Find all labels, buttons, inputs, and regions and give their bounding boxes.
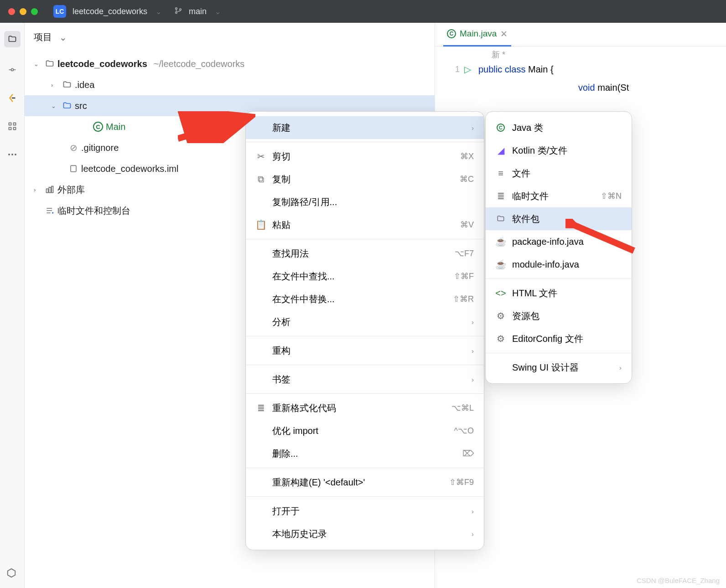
minimize-window-icon[interactable]	[20, 8, 26, 15]
menu-local-history[interactable]: 本地历史记录›	[246, 522, 484, 545]
submenu-file[interactable]: ≡文件	[486, 162, 632, 185]
submenu-resource[interactable]: ⚙资源包	[486, 304, 632, 327]
caret-right-icon[interactable]: ›	[34, 186, 42, 193]
menu-label: 复制	[272, 173, 453, 186]
svg-rect-6	[9, 128, 11, 130]
tree-label: .idea	[75, 80, 94, 90]
package-icon	[496, 215, 506, 223]
menu-open-in[interactable]: 打开于›	[246, 500, 484, 522]
project-pane-header[interactable]: 项目 ⌄	[25, 23, 435, 52]
submenu-editorconfig[interactable]: ⚙EditorConfig 文件	[486, 327, 632, 350]
chevron-right-icon: ›	[472, 530, 474, 538]
caret-down-icon[interactable]: ⌄	[34, 61, 42, 67]
shortcut: ⌘X	[460, 151, 474, 161]
caret-down-icon[interactable]: ⌄	[51, 103, 59, 109]
submenu-java-class[interactable]: CJava 类	[486, 116, 632, 139]
chevron-down-icon[interactable]: ⌄	[59, 32, 67, 43]
menu-label: Kotlin 类/文件	[512, 144, 622, 157]
services-tool-icon[interactable]	[6, 568, 16, 580]
reformat-icon: ≣	[256, 402, 266, 413]
svg-point-0	[176, 8, 177, 10]
menu-label: 资源包	[512, 310, 622, 322]
menu-bookmarks[interactable]: 书签›	[246, 368, 484, 391]
submenu-module-info[interactable]: ☕module-info.java	[486, 253, 632, 276]
svg-rect-14	[52, 186, 53, 193]
menu-refactor[interactable]: 重构›	[246, 339, 484, 362]
menu-new[interactable]: 新建›	[246, 116, 484, 139]
menu-find-in-files[interactable]: 在文件中查找...⇧⌘F	[246, 265, 484, 288]
scratch-icon: ≣	[496, 191, 506, 201]
git-branch-icon[interactable]	[174, 6, 182, 16]
kotlin-icon: ◢	[496, 145, 506, 156]
chevron-right-icon: ›	[619, 364, 622, 371]
tree-label: 临时文件和控制台	[57, 205, 130, 217]
menu-paste[interactable]: 📋粘贴⌘V	[246, 213, 484, 236]
library-icon	[45, 185, 55, 194]
svg-point-1	[176, 12, 177, 14]
menu-label: 书签	[272, 373, 465, 386]
submenu-html[interactable]: <>HTML 文件	[486, 282, 632, 304]
run-gutter-icon[interactable]: ▷	[464, 60, 471, 78]
params: (St	[617, 78, 629, 97]
chevron-down-icon[interactable]: ⌄	[215, 7, 221, 16]
svg-point-9	[11, 154, 13, 155]
commit-tool-icon[interactable]	[6, 64, 18, 76]
shortcut: ⇧⌘R	[453, 294, 474, 304]
menu-label: 文件	[512, 167, 622, 180]
copy-icon: ⧉	[256, 174, 266, 185]
keyword: class	[505, 60, 526, 78]
window-controls	[8, 8, 38, 15]
menu-replace-in-files[interactable]: 在文件中替换...⇧⌘R	[246, 288, 484, 310]
svg-rect-4	[9, 123, 11, 125]
watermark: CSDN @BuleFACE_Zhang	[637, 577, 720, 584]
branch-name[interactable]: main	[189, 7, 207, 16]
more-tool-icon[interactable]	[6, 149, 18, 160]
menu-delete[interactable]: 删除...⌦	[246, 442, 484, 465]
caret-right-icon[interactable]: ›	[51, 82, 59, 88]
project-tool-icon[interactable]	[4, 31, 21, 47]
menu-copy-path[interactable]: 复制路径/引用...	[246, 191, 484, 213]
tree-root-name: leetcode_codeworks	[57, 59, 147, 69]
ignore-file-icon: ⊘	[68, 142, 78, 153]
chevron-down-icon[interactable]: ⌄	[156, 7, 161, 16]
maximize-window-icon[interactable]	[31, 8, 38, 15]
menu-rebuild[interactable]: 重新构建(E) '<default>'⇧⌘F9	[246, 471, 484, 494]
menu-optimize-import[interactable]: 优化 import^⌥O	[246, 419, 484, 442]
submenu-kotlin[interactable]: ◢Kotlin 类/文件	[486, 139, 632, 162]
submenu-scratch[interactable]: ≣临时文件⇧⌘N	[486, 185, 632, 207]
shortcut: ⇧⌘N	[601, 191, 622, 201]
method-name: main	[597, 78, 617, 97]
svg-point-3	[11, 69, 13, 71]
menu-label: 重新格式化代码	[272, 402, 445, 414]
editor-tabs: C Main.java ✕	[435, 23, 726, 46]
close-icon[interactable]: ✕	[500, 29, 508, 39]
menu-label: EditorConfig 文件	[512, 333, 622, 345]
tree-label: Main	[106, 122, 125, 132]
tree-root-path: ~/leetcode_codeworks	[154, 59, 245, 69]
menu-find-usages[interactable]: 查找用法⌥F7	[246, 242, 484, 265]
tree-item-idea[interactable]: › .idea	[25, 74, 435, 95]
close-window-icon[interactable]	[8, 8, 15, 15]
menu-label: 临时文件	[512, 190, 594, 202]
menu-reformat[interactable]: ≣重新格式化代码⌥⌘L	[246, 397, 484, 419]
code-line[interactable]: void main (St	[464, 78, 629, 97]
tab-main-java[interactable]: C Main.java ✕	[443, 23, 511, 46]
file-icon: ≡	[496, 168, 506, 179]
java-class-icon: C	[447, 29, 456, 38]
submenu-swing[interactable]: Swing UI 设计器›	[486, 356, 632, 379]
menu-cut[interactable]: ✂剪切⌘X	[246, 145, 484, 168]
chevron-right-icon: ›	[472, 318, 474, 326]
leetcode-tool-icon[interactable]	[6, 92, 18, 104]
tab-label: Main.java	[460, 29, 497, 39]
structure-tool-icon[interactable]	[6, 120, 18, 132]
tree-root[interactable]: ⌄ leetcode_codeworks ~/leetcode_codework…	[25, 53, 435, 74]
menu-analyze[interactable]: 分析›	[246, 310, 484, 333]
shortcut: ⌘V	[460, 220, 474, 230]
svg-point-15	[52, 212, 53, 213]
code-line[interactable]: ▷ public class Main {	[464, 60, 629, 78]
menu-copy[interactable]: ⧉复制⌘C	[246, 168, 484, 191]
brace: {	[550, 60, 554, 78]
project-name[interactable]: leetcode_codeworks	[73, 7, 147, 16]
folder-root-icon	[45, 59, 55, 68]
java-file-icon: ☕	[496, 236, 506, 247]
